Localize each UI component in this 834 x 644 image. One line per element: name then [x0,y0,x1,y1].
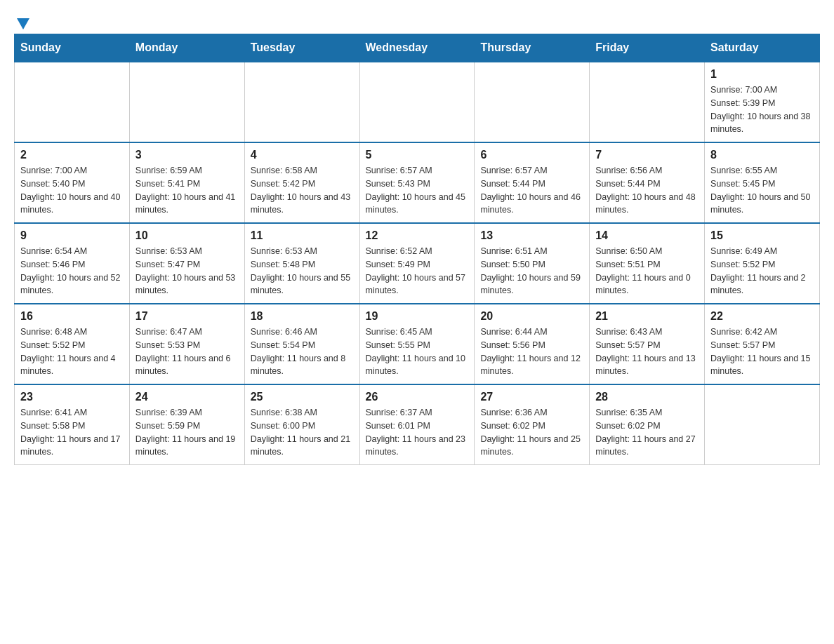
weekday-friday: Friday [590,34,705,62]
day-info: Sunrise: 6:54 AMSunset: 5:46 PMDaylight:… [20,245,124,297]
calendar-cell: 16Sunrise: 6:48 AMSunset: 5:52 PMDayligh… [15,304,130,384]
day-info: Sunrise: 7:00 AMSunset: 5:39 PMDaylight:… [710,83,814,136]
calendar-cell: 18Sunrise: 6:46 AMSunset: 5:54 PMDayligh… [244,304,359,384]
calendar-cell: 1Sunrise: 7:00 AMSunset: 5:39 PMDaylight… [705,62,820,142]
calendar-cell: 2Sunrise: 7:00 AMSunset: 5:40 PMDaylight… [15,142,130,223]
day-number: 26 [366,391,469,403]
day-number: 1 [710,68,814,81]
day-number: 16 [20,310,124,323]
day-info: Sunrise: 6:47 AMSunset: 5:53 PMDaylight:… [135,326,239,378]
day-info: Sunrise: 6:49 AMSunset: 5:52 PMDaylight:… [710,245,814,297]
day-number: 15 [710,229,814,242]
calendar-cell [15,62,130,142]
day-info: Sunrise: 6:45 AMSunset: 5:55 PMDaylight:… [366,326,469,378]
calendar-cell [129,62,244,142]
day-info: Sunrise: 6:39 AMSunset: 5:59 PMDaylight:… [135,406,239,459]
day-number: 4 [251,149,354,161]
week-row-2: 9Sunrise: 6:54 AMSunset: 5:46 PMDaylight… [15,223,820,304]
calendar-cell: 8Sunrise: 6:55 AMSunset: 5:45 PMDaylight… [705,142,820,223]
logo-triangle-icon [15,15,31,31]
calendar-cell: 20Sunrise: 6:44 AMSunset: 5:56 PMDayligh… [475,304,590,384]
week-row-1: 2Sunrise: 7:00 AMSunset: 5:40 PMDaylight… [15,142,820,223]
weekday-thursday: Thursday [475,34,590,62]
weekday-monday: Monday [129,34,244,62]
day-info: Sunrise: 6:41 AMSunset: 5:58 PMDaylight:… [20,406,124,459]
day-info: Sunrise: 6:59 AMSunset: 5:41 PMDaylight:… [135,164,239,217]
calendar-cell: 3Sunrise: 6:59 AMSunset: 5:41 PMDaylight… [129,142,244,223]
day-number: 17 [135,310,239,323]
weekday-tuesday: Tuesday [244,34,359,62]
day-info: Sunrise: 6:48 AMSunset: 5:52 PMDaylight:… [20,326,124,378]
calendar-cell: 4Sunrise: 6:58 AMSunset: 5:42 PMDaylight… [244,142,359,223]
day-info: Sunrise: 6:42 AMSunset: 5:57 PMDaylight:… [710,326,814,378]
weekday-sunday: Sunday [15,34,130,62]
calendar-cell: 14Sunrise: 6:50 AMSunset: 5:51 PMDayligh… [590,223,705,304]
day-info: Sunrise: 6:53 AMSunset: 5:47 PMDaylight:… [135,245,239,297]
day-number: 22 [710,310,814,323]
page-header [14,14,820,27]
day-number: 20 [480,310,583,323]
calendar-cell: 5Sunrise: 6:57 AMSunset: 5:43 PMDaylight… [359,142,475,223]
calendar-cell: 10Sunrise: 6:53 AMSunset: 5:47 PMDayligh… [129,223,244,304]
calendar-cell: 27Sunrise: 6:36 AMSunset: 6:02 PMDayligh… [475,384,590,465]
calendar-cell: 22Sunrise: 6:42 AMSunset: 5:57 PMDayligh… [705,304,820,384]
day-info: Sunrise: 6:57 AMSunset: 5:44 PMDaylight:… [480,164,583,217]
day-number: 8 [710,149,814,161]
calendar-cell: 26Sunrise: 6:37 AMSunset: 6:01 PMDayligh… [359,384,475,465]
calendar-cell: 12Sunrise: 6:52 AMSunset: 5:49 PMDayligh… [359,223,475,304]
day-number: 3 [135,149,239,161]
svg-marker-0 [17,18,29,29]
day-number: 28 [595,391,699,403]
day-number: 13 [480,229,583,242]
day-info: Sunrise: 6:46 AMSunset: 5:54 PMDaylight:… [251,326,354,378]
calendar-cell: 9Sunrise: 6:54 AMSunset: 5:46 PMDaylight… [15,223,130,304]
week-row-0: 1Sunrise: 7:00 AMSunset: 5:39 PMDaylight… [15,62,820,142]
day-info: Sunrise: 6:44 AMSunset: 5:56 PMDaylight:… [480,326,583,378]
calendar-cell: 25Sunrise: 6:38 AMSunset: 6:00 PMDayligh… [244,384,359,465]
day-info: Sunrise: 6:55 AMSunset: 5:45 PMDaylight:… [710,164,814,217]
day-info: Sunrise: 6:50 AMSunset: 5:51 PMDaylight:… [595,245,699,297]
day-info: Sunrise: 6:52 AMSunset: 5:49 PMDaylight:… [366,245,469,297]
calendar-cell: 15Sunrise: 6:49 AMSunset: 5:52 PMDayligh… [705,223,820,304]
day-number: 25 [251,391,354,403]
day-number: 9 [20,229,124,242]
day-number: 12 [366,229,469,242]
logo [14,14,31,27]
calendar-header: SundayMondayTuesdayWednesdayThursdayFrid… [15,34,820,62]
day-info: Sunrise: 6:43 AMSunset: 5:57 PMDaylight:… [595,326,699,378]
calendar-cell: 7Sunrise: 6:56 AMSunset: 5:44 PMDaylight… [590,142,705,223]
day-number: 24 [135,391,239,403]
day-number: 21 [595,310,699,323]
calendar-cell [475,62,590,142]
day-info: Sunrise: 6:38 AMSunset: 6:00 PMDaylight:… [251,406,354,459]
weekday-wednesday: Wednesday [359,34,475,62]
day-number: 11 [251,229,354,242]
day-number: 14 [595,229,699,242]
day-number: 10 [135,229,239,242]
calendar-cell [359,62,475,142]
day-info: Sunrise: 6:36 AMSunset: 6:02 PMDaylight:… [480,406,583,459]
calendar-cell: 17Sunrise: 6:47 AMSunset: 5:53 PMDayligh… [129,304,244,384]
day-info: Sunrise: 6:37 AMSunset: 6:01 PMDaylight:… [366,406,469,459]
day-info: Sunrise: 6:51 AMSunset: 5:50 PMDaylight:… [480,245,583,297]
day-info: Sunrise: 7:00 AMSunset: 5:40 PMDaylight:… [20,164,124,217]
day-info: Sunrise: 6:53 AMSunset: 5:48 PMDaylight:… [251,245,354,297]
day-number: 2 [20,149,124,161]
day-info: Sunrise: 6:58 AMSunset: 5:42 PMDaylight:… [251,164,354,217]
calendar-cell: 28Sunrise: 6:35 AMSunset: 6:02 PMDayligh… [590,384,705,465]
calendar-cell: 24Sunrise: 6:39 AMSunset: 5:59 PMDayligh… [129,384,244,465]
calendar-cell: 11Sunrise: 6:53 AMSunset: 5:48 PMDayligh… [244,223,359,304]
day-number: 5 [366,149,469,161]
day-number: 27 [480,391,583,403]
calendar-cell: 13Sunrise: 6:51 AMSunset: 5:50 PMDayligh… [475,223,590,304]
day-number: 18 [251,310,354,323]
calendar-table: SundayMondayTuesdayWednesdayThursdayFrid… [14,34,820,465]
week-row-4: 23Sunrise: 6:41 AMSunset: 5:58 PMDayligh… [15,384,820,465]
day-number: 6 [480,149,583,161]
calendar-cell: 6Sunrise: 6:57 AMSunset: 5:44 PMDaylight… [475,142,590,223]
calendar-cell: 21Sunrise: 6:43 AMSunset: 5:57 PMDayligh… [590,304,705,384]
calendar-cell [244,62,359,142]
calendar-cell: 23Sunrise: 6:41 AMSunset: 5:58 PMDayligh… [15,384,130,465]
calendar-cell [590,62,705,142]
weekday-saturday: Saturday [705,34,820,62]
